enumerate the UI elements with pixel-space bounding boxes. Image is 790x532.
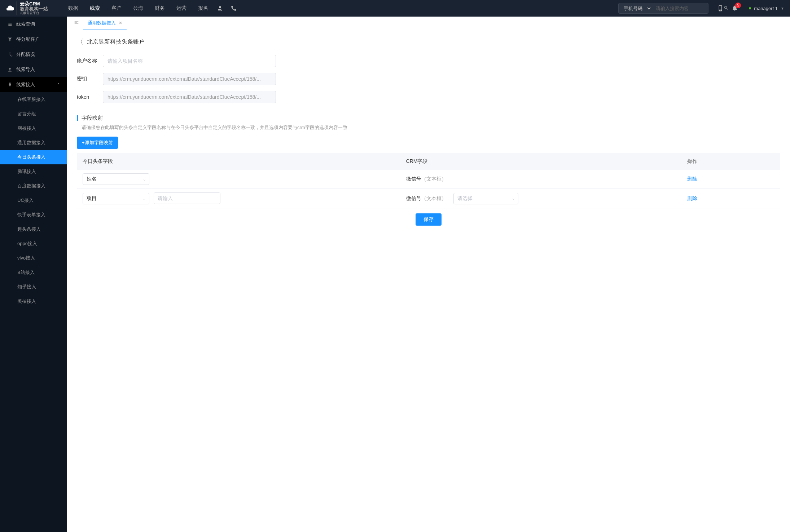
sidebar-sub-留言分组[interactable]: 留言分组 xyxy=(0,107,67,121)
nav-线索[interactable]: 线索 xyxy=(90,5,100,12)
page-title: 北京昱新科技头条账户 xyxy=(87,38,145,46)
nav-menu: 数据线索客户公海财务运营报名 xyxy=(68,5,208,12)
sidebar-sub-网校接入[interactable]: 网校接入 xyxy=(0,121,67,136)
user-menu[interactable]: manager11 ▼ xyxy=(749,6,784,11)
sidebar-item-线索接入[interactable]: 线索接入˄ xyxy=(0,77,67,92)
nav-客户[interactable]: 客户 xyxy=(111,5,122,12)
crm-field-hint: （文本框） xyxy=(421,176,447,182)
phone-icon[interactable] xyxy=(231,5,237,12)
notifications[interactable]: 5 xyxy=(732,5,738,12)
tab-collapse-toggle[interactable] xyxy=(70,20,83,26)
sidebar-sub-vivo接入[interactable]: vivo接入 xyxy=(0,251,67,265)
right-icons: 5 manager11 ▼ xyxy=(717,5,784,12)
content: 〈 北京昱新科技头条账户 账户名称 密钥 token 字段映射 请确保您在此填写… xyxy=(67,30,790,532)
section-bar xyxy=(77,115,78,121)
crm-select[interactable]: 请选择⌵ xyxy=(453,193,518,204)
nav-数据[interactable]: 数据 xyxy=(68,5,78,12)
th-action: 操作 xyxy=(681,153,780,170)
delete-link[interactable]: 删除 xyxy=(687,176,697,182)
th-toutiao-field: 今日头条字段 xyxy=(77,153,400,170)
tab-active[interactable]: 通用数据接入 ✕ xyxy=(83,17,127,30)
sidebar-sub-oppo接入[interactable]: oppo接入 xyxy=(0,236,67,251)
filter-icon xyxy=(7,37,13,42)
status-dot xyxy=(749,7,751,9)
sidebar-sub-UC接入[interactable]: UC接入 xyxy=(0,193,67,208)
top-icons xyxy=(217,5,237,12)
chevron-down-icon: ⌵ xyxy=(512,196,514,200)
cloud-icon xyxy=(6,4,14,13)
sidebar-item-待分配客户[interactable]: 待分配客户 xyxy=(0,32,67,47)
input-account-name[interactable] xyxy=(103,55,276,67)
upload-icon xyxy=(7,67,13,72)
nav-公海[interactable]: 公海 xyxy=(133,5,143,12)
search-type-select[interactable]: 手机号码 xyxy=(619,3,652,13)
logo-brand: 云朵CRM xyxy=(20,1,48,6)
search-input[interactable] xyxy=(652,6,720,11)
label-account-name: 账户名称 xyxy=(77,58,103,64)
th-crm-field: CRM字段 xyxy=(400,153,682,170)
sidebar-sub-美柚接入[interactable]: 美柚接入 xyxy=(0,294,67,309)
chevron-icon: ˄ xyxy=(58,83,60,87)
chevron-down-icon: ⌵ xyxy=(143,197,145,201)
plug-icon xyxy=(7,82,13,88)
sidebar-sub-通用数据接入[interactable]: 通用数据接入 xyxy=(0,136,67,150)
add-mapping-button[interactable]: +添加字段映射 xyxy=(77,137,118,149)
menu-fold-icon xyxy=(74,20,79,25)
mobile-icon[interactable] xyxy=(717,5,724,12)
nav-运营[interactable]: 运营 xyxy=(176,5,186,12)
section-header: 字段映射 xyxy=(77,115,780,121)
crm-field-label: 微信号 xyxy=(406,195,421,201)
sidebar-item-线索导入[interactable]: 线索导入 xyxy=(0,62,67,77)
close-icon[interactable]: ✕ xyxy=(119,21,122,26)
sidebar-sub-知乎接入[interactable]: 知乎接入 xyxy=(0,280,67,294)
field-select[interactable]: 项目⌵ xyxy=(83,193,149,204)
chevron-down-icon: ⌵ xyxy=(143,177,145,181)
chevron-down-icon: ▼ xyxy=(781,6,784,10)
sidebar-sub-B站接入[interactable]: B站接入 xyxy=(0,265,67,280)
delete-link[interactable]: 删除 xyxy=(687,195,697,201)
sidebar-item-分配情况[interactable]: 分配情况 xyxy=(0,47,67,62)
top-bar: 云朵CRM 教育机构一站式服务云平台 数据线索客户公海财务运营报名 手机号码 5… xyxy=(0,0,790,17)
main: 通用数据接入 ✕ 〈 北京昱新科技头条账户 账户名称 密钥 token xyxy=(67,17,790,532)
form-row-name: 账户名称 xyxy=(77,55,780,67)
label-token: token xyxy=(77,94,103,100)
list-icon xyxy=(7,22,13,27)
sidebar-sub-百度数据接入[interactable]: 百度数据接入 xyxy=(0,179,67,193)
mapping-table: 今日头条字段 CRM字段 操作 姓名⌵微信号（文本框）删除项目⌵ 微信号（文本框… xyxy=(77,153,780,208)
save-button[interactable]: 保存 xyxy=(416,213,442,226)
logo-sub: 教育机构一站式服务云平台 xyxy=(20,6,48,15)
sidebar-sub-在线客服接入[interactable]: 在线客服接入 xyxy=(0,92,67,107)
search-box: 手机号码 xyxy=(618,3,708,14)
sidebar-sub-今日头条接入[interactable]: 今日头条接入 xyxy=(0,150,67,164)
form-row-token: token xyxy=(77,91,780,103)
table-row: 项目⌵ 微信号（文本框） 请选择⌵删除 xyxy=(77,189,780,208)
section-desc: 请确保您在此填写的头条自定义字段名称与在今日头条平台中自定义的字段名称一致，并且… xyxy=(77,124,780,131)
sidebar-sub-趣头条接入[interactable]: 趣头条接入 xyxy=(0,222,67,236)
logo[interactable]: 云朵CRM 教育机构一站式服务云平台 xyxy=(6,1,54,15)
username: manager11 xyxy=(754,6,778,11)
notification-badge: 5 xyxy=(735,3,741,8)
sidebar-sub-快手表单接入[interactable]: 快手表单接入 xyxy=(0,208,67,222)
crm-field-label: 微信号 xyxy=(406,176,421,182)
page-header: 〈 北京昱新科技头条账户 xyxy=(77,37,780,46)
section-title: 字段映射 xyxy=(82,115,103,121)
nav-财务[interactable]: 财务 xyxy=(155,5,165,12)
footer: 保存 xyxy=(77,208,780,231)
input-token[interactable] xyxy=(103,91,276,103)
nav-报名[interactable]: 报名 xyxy=(198,5,208,12)
sidebar-sub-腾讯接入[interactable]: 腾讯接入 xyxy=(0,164,67,179)
field-input[interactable] xyxy=(154,192,220,204)
input-secret[interactable] xyxy=(103,73,276,85)
field-select[interactable]: 姓名⌵ xyxy=(83,173,149,185)
user-add-icon[interactable] xyxy=(217,5,223,12)
crm-field-hint: （文本框） xyxy=(421,195,447,201)
pie-icon xyxy=(7,52,13,57)
sidebar: 线索查询待分配客户分配情况线索导入线索接入˄在线客服接入留言分组网校接入通用数据… xyxy=(0,17,67,532)
label-secret: 密钥 xyxy=(77,76,103,82)
table-row: 姓名⌵微信号（文本框）删除 xyxy=(77,170,780,189)
sidebar-item-线索查询[interactable]: 线索查询 xyxy=(0,17,67,32)
tab-bar: 通用数据接入 ✕ xyxy=(67,17,790,30)
back-button[interactable]: 〈 xyxy=(77,37,83,46)
form-row-secret: 密钥 xyxy=(77,73,780,85)
tab-label: 通用数据接入 xyxy=(88,20,116,26)
